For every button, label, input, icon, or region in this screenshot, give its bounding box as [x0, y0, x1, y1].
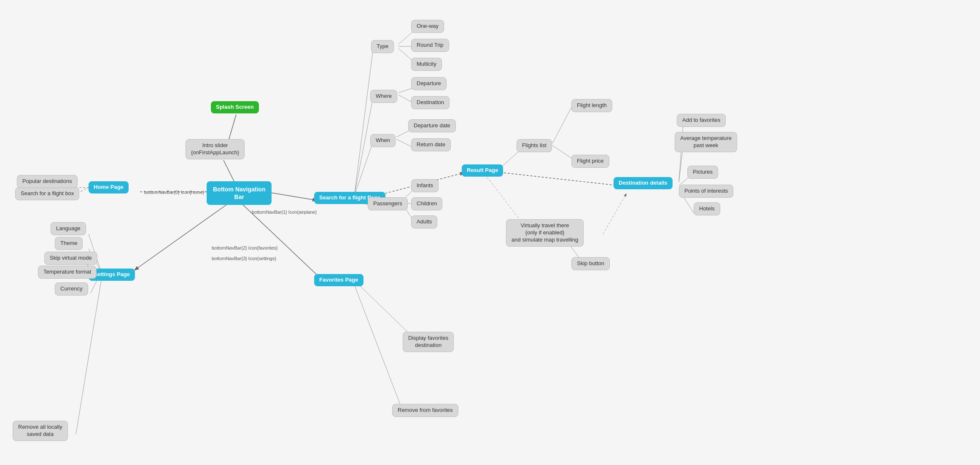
- language-node: Language: [51, 222, 86, 235]
- points-interests-node: Points of interests: [679, 185, 733, 198]
- virtually-travel-node: Virtually travel there{only if enabled}a…: [506, 219, 584, 247]
- bottomnav3-label: bottomNavBar{3} Icon{settings}: [207, 253, 281, 264]
- svg-line-14: [354, 48, 373, 196]
- infants-node: Infants: [411, 179, 439, 192]
- add-favorites-node: Add to favorites: [677, 114, 726, 127]
- temperature-format-node: Temperature format: [38, 266, 97, 279]
- remove-favorites-node: Remove from favorites: [392, 404, 458, 417]
- svg-line-30: [552, 145, 571, 158]
- adults-node: Adults: [411, 215, 437, 228]
- flight-length-node: Flight length: [571, 99, 612, 112]
- result-page-node: Result Page: [462, 164, 503, 177]
- hotels-node: Hotels: [694, 202, 720, 215]
- where-node: Where: [370, 90, 397, 103]
- when-node: When: [370, 134, 396, 147]
- svg-line-16: [354, 141, 373, 196]
- bottom-nav-bar-node: Bottom NavigationBar: [207, 181, 272, 205]
- destination-details-node: Destination details: [614, 177, 673, 189]
- display-favorites-node: Display favoritesdestination: [403, 332, 454, 352]
- favorites-page-node: Favorites Page: [314, 274, 363, 286]
- remove-data-node: Remove all locallysaved data: [13, 421, 68, 441]
- return-date-node: Return date: [411, 138, 451, 151]
- one-way-node: One-way: [411, 20, 444, 33]
- svg-line-15: [354, 97, 373, 196]
- home-page-node: Home Page: [89, 181, 129, 194]
- search-flight-box-node: Search for a flight box: [15, 187, 79, 200]
- svg-line-42: [354, 285, 403, 411]
- svg-line-13: [76, 280, 101, 434]
- pictures-node: Pictures: [687, 166, 718, 179]
- destination-node: Destination: [411, 96, 450, 109]
- currency-node: Currency: [55, 282, 88, 296]
- departure-node: Departure: [411, 77, 447, 90]
- popular-destinations-node: Popular destinations: [17, 175, 78, 188]
- splash-screen-node: Splash Screen: [211, 101, 259, 113]
- svg-line-31: [552, 108, 571, 143]
- theme-node: Theme: [55, 237, 83, 250]
- svg-line-32: [504, 173, 618, 185]
- passengers-node: Passengers: [368, 197, 408, 210]
- flight-price-node: Flight price: [571, 155, 609, 168]
- svg-line-24: [396, 139, 413, 148]
- bottomnav1-label: bottomNavBar{1} Icon{airplane}: [247, 207, 322, 218]
- svg-line-29: [502, 150, 521, 167]
- children-node: Children: [411, 197, 442, 210]
- skip-button-node: Skip button: [571, 257, 610, 270]
- svg-line-3: [266, 192, 316, 200]
- bottomnav2-label: bottomNavBar{2} Icon{favorites}: [207, 242, 283, 253]
- skip-virtual-node: Skip virtual mode: [44, 252, 97, 265]
- departure-date-node: Departure date: [408, 119, 456, 132]
- svg-line-39: [603, 194, 626, 234]
- multicity-node: Multicity: [411, 58, 442, 71]
- flights-list-node: Flights list: [517, 139, 552, 152]
- connection-lines: [0, 0, 980, 465]
- intro-slider-node: Intro slider{onFirstAppLaunch}: [186, 139, 245, 159]
- avg-temp-node: Average temperaturepast week: [675, 132, 737, 152]
- bottomnav0-label: bottomNavBar{0} Icon{home}: [139, 187, 209, 198]
- round-trip-node: Round Trip: [411, 39, 449, 52]
- type-node: Type: [371, 40, 394, 53]
